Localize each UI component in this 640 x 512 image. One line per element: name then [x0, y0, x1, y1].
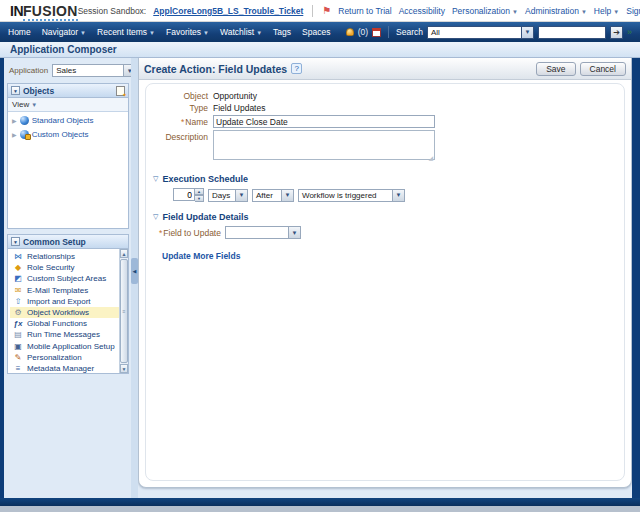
page-title: Create Action: Field Updates: [144, 63, 287, 75]
notifications-bell-icon[interactable]: [346, 28, 354, 36]
spinner-up-icon[interactable]: ▲: [195, 188, 204, 195]
search-go-button[interactable]: ➔: [610, 26, 623, 39]
window-frame-right: [632, 58, 640, 498]
chevron-down-icon: ▼: [613, 9, 619, 15]
chevron-down-icon[interactable]: ▼: [282, 189, 294, 202]
sidebar-item-metadata-manager[interactable]: ≡Metadata Manager: [10, 363, 119, 373]
nav-spaces[interactable]: Spaces: [302, 27, 330, 37]
common-setup-scrollbar[interactable]: ▲ ≡ ▼: [119, 249, 128, 373]
collapse-panel-arrow[interactable]: ◀: [131, 258, 138, 284]
cancel-button[interactable]: Cancel: [580, 62, 626, 76]
sidebar-item-personalization[interactable]: ✎Personalization: [10, 352, 119, 363]
sidebar-item-mobile-application-setup[interactable]: ▣Mobile Application Setup: [10, 341, 119, 352]
trigger-event-value: Workflow is triggered: [298, 189, 393, 202]
sidebar-item-relationships[interactable]: ⋈Relationships: [10, 251, 119, 262]
application-select[interactable]: Sales ▼: [52, 64, 131, 77]
sign-out-link[interactable]: Sign Out: [626, 6, 640, 16]
relation-select[interactable]: After ▼: [252, 189, 294, 202]
name-input[interactable]: [213, 115, 435, 128]
collapse-icon[interactable]: ▼: [11, 237, 20, 246]
nav-favorites[interactable]: Favorites▼: [166, 27, 209, 37]
nav-home[interactable]: Home: [8, 27, 31, 37]
nav-navigator[interactable]: Navigator▼: [42, 27, 86, 37]
update-more-fields-link[interactable]: Update More Fields: [162, 251, 240, 261]
chevron-down-icon: ▼: [203, 30, 209, 36]
nav-watchlist[interactable]: Watchlist▼: [220, 27, 262, 37]
execution-schedule-controls: ▲ ▼ Days ▼ After ▼: [173, 188, 624, 202]
collapse-icon[interactable]: ▼: [11, 86, 20, 95]
spinner-down-icon[interactable]: ▼: [195, 195, 204, 202]
search-label: Search: [396, 27, 423, 37]
return-to-trial-link[interactable]: Return to Trial: [338, 6, 391, 16]
view-menu-button[interactable]: View▼: [12, 100, 37, 109]
tree-item-custom-objects[interactable]: ▶ Custom Objects: [12, 130, 126, 139]
nav-tags[interactable]: Tags: [273, 27, 291, 37]
trigger-event-select[interactable]: Workflow is triggered ▼: [298, 189, 405, 202]
sidebar-item-email-templates[interactable]: ✉E-Mail Templates: [10, 285, 119, 296]
help-menu[interactable]: Help▼: [594, 6, 619, 16]
required-marker: *: [159, 228, 162, 238]
nav-recent-items[interactable]: Recent Items▼: [97, 27, 155, 37]
interval-unit-select[interactable]: Days ▼: [208, 189, 248, 202]
execution-schedule-section-header[interactable]: ▽ Execution Schedule: [153, 174, 624, 184]
chevron-down-icon[interactable]: ▼: [393, 189, 405, 202]
sidebar-item-import-and-export[interactable]: ⇧Import and Export: [10, 296, 119, 307]
custom-objects-icon: [20, 130, 29, 139]
application-select-value: Sales: [52, 64, 124, 77]
field-to-update-select[interactable]: ▼: [225, 226, 301, 239]
advanced-search-icon[interactable]: »: [627, 27, 632, 37]
messages-icon: ▤: [13, 330, 23, 339]
form-region: Object Opportunity Type Field Updates *N…: [139, 80, 631, 487]
scrollbar-thumb[interactable]: ≡: [120, 259, 128, 363]
description-textarea[interactable]: [213, 130, 435, 160]
standard-objects-icon: [20, 116, 29, 125]
sidebar-item-role-security[interactable]: ◆Role Security: [10, 262, 119, 273]
chevron-down-icon[interactable]: ▼: [522, 26, 534, 39]
scroll-up-icon[interactable]: ▲: [120, 249, 128, 258]
interval-spinner[interactable]: ▲ ▼: [173, 188, 204, 202]
session-sandbox-label: Session Sandbox:: [78, 6, 147, 16]
calendar-icon[interactable]: [372, 28, 381, 37]
save-button[interactable]: Save: [536, 62, 575, 76]
scroll-down-icon[interactable]: ▼: [120, 364, 128, 373]
chevron-down-icon: ▼: [256, 30, 262, 36]
help-icon[interactable]: ?: [291, 63, 302, 74]
chevron-down-icon: ▼: [581, 9, 587, 15]
application-window: INFUSION Session Sandbox: ApplCoreLong5B…: [0, 0, 640, 512]
field-to-update-value: [225, 226, 289, 239]
field-update-details-section-header[interactable]: ▽ Field Update Details: [153, 212, 624, 222]
logo-prefix: IN: [10, 3, 23, 19]
session-sandbox-link[interactable]: ApplCoreLong5B_LS_Trouble_Ticket: [153, 6, 303, 16]
sidebar-item-custom-subject-areas[interactable]: ◩Custom Subject Areas: [10, 273, 119, 284]
chevron-down-icon[interactable]: ▼: [124, 64, 131, 77]
search-scope-select[interactable]: All ▼: [427, 26, 534, 39]
chevron-down-icon: ▼: [149, 30, 155, 36]
main-content-card: Create Action: Field Updates ? Save Canc…: [138, 58, 632, 488]
infusion-logo: INFUSION: [10, 3, 78, 19]
administration-menu[interactable]: Administration▼: [525, 6, 587, 16]
sidebar-item-run-time-messages[interactable]: ▤Run Time Messages: [10, 329, 119, 340]
accessibility-link[interactable]: Accessibility: [399, 6, 445, 16]
chevron-down-icon[interactable]: ▼: [236, 189, 248, 202]
global-search-input[interactable]: [538, 26, 606, 39]
personalization-menu[interactable]: Personalization▼: [452, 6, 518, 16]
interval-input[interactable]: [173, 188, 195, 201]
expand-icon[interactable]: ▶: [12, 131, 17, 138]
notifications-count: (0): [358, 27, 368, 37]
sidebar-item-global-functions[interactable]: ƒxGlobal Functions: [10, 318, 119, 329]
new-object-icon[interactable]: [116, 86, 125, 96]
expand-icon[interactable]: ▶: [12, 117, 17, 124]
tree-item-standard-objects[interactable]: ▶ Standard Objects: [12, 116, 126, 125]
chevron-down-icon[interactable]: ▼: [289, 226, 301, 239]
import-export-icon: ⇧: [13, 297, 23, 306]
name-label: *Name: [146, 117, 208, 127]
disclosure-triangle-icon: ▽: [153, 175, 158, 183]
composer-title-bar: Application Composer: [0, 42, 640, 58]
panel-splitter[interactable]: ◀: [131, 58, 138, 498]
sidebar-item-object-workflows[interactable]: ⚙Object Workflows: [10, 307, 119, 318]
chevron-down-icon: ▼: [512, 9, 518, 15]
type-value: Field Updates: [213, 103, 265, 113]
chevron-down-icon: ▼: [31, 102, 37, 108]
required-marker: *: [181, 117, 184, 127]
description-field-wrap: [213, 130, 435, 164]
